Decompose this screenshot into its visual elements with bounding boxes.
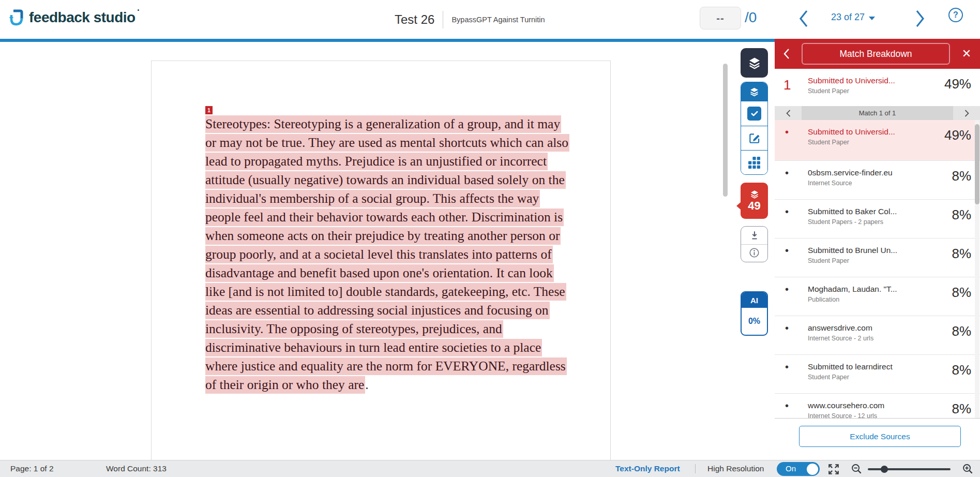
bullet-icon: •: [785, 126, 789, 138]
download-icon: [749, 230, 760, 241]
source-percent: 8%: [952, 285, 971, 301]
word-count: Word Count: 313: [106, 464, 167, 473]
document-scrollbar[interactable]: [723, 64, 728, 197]
source-row[interactable]: • Submitted to Brunel Un... Student Pape…: [775, 238, 980, 277]
match-counter: Match 1 of 1: [802, 106, 953, 120]
footer-divider: [695, 464, 696, 473]
layers-icon: [747, 56, 762, 70]
source-type: Internet Source - 2 urls: [808, 335, 873, 342]
next-paper-button[interactable]: [914, 9, 926, 28]
source-row[interactable]: • Submitted to learndirect Student Paper…: [775, 354, 980, 393]
source-type: Internet Source: [808, 180, 852, 187]
previous-match-button[interactable]: [775, 106, 802, 120]
document-page: 1 Stereotypes: Stereotyping is a general…: [151, 61, 611, 460]
logo-arrow-icon: [8, 8, 25, 27]
panel-back-button[interactable]: [775, 39, 798, 69]
grading-layer-button[interactable]: [741, 82, 767, 101]
panel-title[interactable]: Match Breakdown: [802, 43, 950, 65]
download-button[interactable]: [741, 227, 767, 244]
bullet-icon: •: [785, 245, 789, 257]
magnifier-plus-icon: [962, 463, 974, 475]
document-title-group: Test 26 BypassGPT Against Turnitin: [395, 0, 545, 39]
ai-writing-report-button[interactable]: AI 0%: [741, 291, 768, 336]
source-type: Student Paper: [808, 374, 849, 381]
top-header: feedback studio Test 26 BypassGPT Agains…: [0, 0, 980, 39]
source-type: Student Paper: [808, 139, 849, 146]
text-only-report-link[interactable]: Text-Only Report: [615, 464, 680, 473]
source-type: Publication: [808, 296, 839, 303]
source-title: 0sbsm.service-finder.eu: [808, 168, 893, 177]
bullet-icon: •: [785, 284, 789, 295]
caret-down-icon: [869, 17, 875, 20]
similarity-score-value: 49: [748, 200, 760, 212]
source-title: answersdrive.com: [808, 323, 872, 333]
source-percent: 8%: [952, 168, 971, 184]
zoom-out-button[interactable]: [851, 463, 863, 475]
grade-total: /0: [745, 9, 757, 26]
feedback-summary-button[interactable]: [741, 126, 767, 151]
instructor-feedback-layer-button[interactable]: [741, 48, 768, 78]
utility-tools-group: [741, 226, 768, 262]
logo-text: feedback studio: [29, 9, 135, 26]
document-viewer: 1 Stereotypes: Stereotyping is a general…: [0, 42, 741, 460]
previous-paper-button[interactable]: [798, 9, 809, 28]
source-title: Submitted to learndirect: [808, 362, 893, 371]
match-breakdown-panel: Match Breakdown ✕ 1 Submitted to Univers…: [775, 39, 980, 460]
rubric-button[interactable]: [741, 150, 767, 175]
exclude-sources-button[interactable]: Exclude Sources: [799, 426, 961, 447]
source-row[interactable]: • Moghadam, Laudan. "T... Publication 8%: [775, 277, 980, 316]
high-resolution-label: High Resolution: [707, 464, 764, 473]
panel-scrollbar-thumb[interactable]: [975, 124, 979, 204]
source-row[interactable]: • Submitted to Baker Col... Student Pape…: [775, 199, 980, 238]
source-percent: 49%: [944, 76, 971, 92]
toggle-state-label: On: [786, 464, 796, 473]
match-breakdown-header: Match Breakdown ✕: [775, 39, 980, 69]
bullet-icon: •: [785, 206, 789, 218]
feedback-studio-logo[interactable]: feedback studio: [8, 8, 135, 27]
similarity-score-button[interactable]: 49: [741, 183, 768, 219]
document-text[interactable]: Stereotypes: Stereotyping is a generaliz…: [205, 115, 570, 394]
source-type: Student Paper: [808, 257, 849, 264]
layers-icon: [749, 86, 760, 97]
source-row[interactable]: • answersdrive.com Internet Source - 2 u…: [775, 316, 980, 354]
edit-pencil-icon: [748, 131, 761, 145]
ai-percentage: 0%: [742, 308, 767, 335]
quickmarks-button[interactable]: [741, 101, 767, 126]
source-title: Submitted to Baker Col...: [808, 207, 897, 216]
source-row[interactable]: • 0sbsm.service-finder.eu Internet Sourc…: [775, 160, 980, 199]
source-title: www.coursehero.com: [808, 401, 884, 410]
chevron-left-icon: [798, 9, 809, 28]
source-percent: 8%: [952, 323, 971, 339]
expand-arrows-icon: [827, 463, 840, 475]
bullet-icon: •: [785, 400, 789, 412]
toggle-knob: [807, 464, 818, 475]
logo-trademark-dot: [138, 9, 139, 11]
ai-label: AI: [742, 292, 767, 308]
grade-input[interactable]: --: [700, 7, 741, 29]
help-button[interactable]: ?: [948, 8, 963, 22]
magnifier-minus-icon: [851, 463, 863, 475]
source-list: • Submitted to Universid... Student Pape…: [775, 120, 980, 457]
source-type: Student Papers - 2 papers: [808, 218, 883, 226]
panel-close-button[interactable]: ✕: [953, 39, 980, 69]
assignment-title: Test 26: [395, 12, 434, 27]
zoom-in-button[interactable]: [962, 463, 974, 475]
paper-pagination-dropdown[interactable]: 23 of 27: [831, 12, 875, 23]
primary-source-row[interactable]: 1 Submitted to Universid... Student Pape…: [775, 69, 980, 106]
fullscreen-button[interactable]: [827, 463, 840, 475]
checkmark-icon: [747, 107, 761, 121]
next-match-button[interactable]: [953, 106, 980, 120]
bullet-icon: •: [785, 361, 789, 373]
highlighted-match-text[interactable]: Stereotypes: Stereotyping is a generaliz…: [205, 115, 569, 394]
zoom-slider-thumb[interactable]: [881, 466, 888, 473]
source-title: Moghadam, Laudan. "T...: [808, 285, 897, 294]
chevron-right-icon: [914, 9, 926, 28]
page-indicator: Page: 1 of 2: [10, 464, 54, 473]
submission-info-button[interactable]: [741, 244, 767, 262]
high-resolution-toggle[interactable]: On: [777, 462, 820, 476]
match-marker-badge[interactable]: 1: [205, 106, 213, 114]
title-divider: [443, 11, 443, 28]
source-row-selected[interactable]: • Submitted to Universid... Student Pape…: [775, 120, 980, 160]
zoom-slider[interactable]: [868, 468, 951, 470]
source-percent: 8%: [952, 246, 971, 262]
